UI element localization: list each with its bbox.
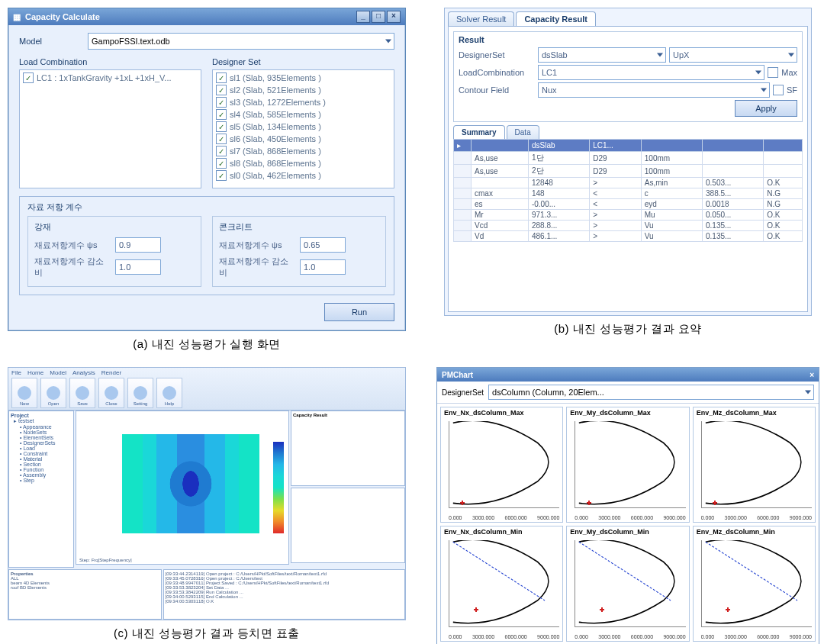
chart-title: Env_My_dsColumn_Min bbox=[567, 526, 688, 537]
demand-point-icon bbox=[713, 501, 717, 505]
list-item[interactable]: ✓sl8 (Slab, 868Elements ) bbox=[216, 157, 391, 169]
list-item[interactable]: ✓sl7 (Slab, 868Elements ) bbox=[216, 145, 391, 157]
table-row[interactable]: es-0.00...<eyd0.0018N.G bbox=[454, 199, 803, 210]
checkbox-icon[interactable]: ✓ bbox=[216, 146, 227, 156]
resistance-factor-panel: 자료 저항 계수 강재 재료저항계수 ψs0.9 재료저항계수 감소비1.0 콘… bbox=[19, 196, 394, 295]
project-tree[interactable]: Project ▸ testset• Appearance• NodeSets•… bbox=[8, 411, 74, 568]
ratio-s-input[interactable]: 1.0 bbox=[115, 259, 161, 275]
list-item[interactable]: ✓sl2 (Slab, 521Elements ) bbox=[216, 84, 391, 96]
tree-node[interactable]: • Constraint bbox=[11, 451, 72, 456]
tab-data[interactable]: Data bbox=[507, 125, 539, 139]
tab-solver-result[interactable]: Solver Result bbox=[448, 11, 514, 26]
tree-node[interactable]: • Assembly bbox=[11, 472, 72, 478]
ribbon-tool-setting[interactable]: Setting bbox=[127, 378, 153, 408]
steel-title: 강재 bbox=[34, 221, 195, 233]
checkbox-icon[interactable]: ✓ bbox=[216, 72, 227, 83]
list-item[interactable]: ✓sl3 (Slab, 1272Elements ) bbox=[216, 96, 391, 108]
list-item[interactable]: ✓sl4 (Slab, 585Elements ) bbox=[216, 108, 391, 121]
minimize-button[interactable]: _ bbox=[356, 11, 370, 23]
designer-set-list[interactable]: ✓sl1 (Slab, 935Elements )✓sl2 (Slab, 521… bbox=[212, 69, 394, 188]
tree-node[interactable]: • DesignerSets bbox=[11, 440, 72, 446]
designerset-combo[interactable]: dsColumn (Column, 20Elem... bbox=[488, 385, 814, 400]
list-item[interactable]: ✓LC1 : 1xTankGravity +1xL +1xH_V... bbox=[23, 72, 198, 84]
checkbox-icon[interactable]: ✓ bbox=[216, 109, 227, 120]
designerset-combo[interactable]: dsSlab bbox=[538, 47, 666, 63]
checkbox-icon[interactable]: ✓ bbox=[216, 134, 227, 144]
capacity-calculate-window: ▦ Capacity Calculate _ □ × Model GampoFS… bbox=[8, 8, 406, 331]
table-row[interactable]: As,use1단D29100mm bbox=[454, 152, 803, 165]
tab-summary[interactable]: Summary bbox=[453, 125, 505, 139]
ribbon-tab[interactable]: File bbox=[11, 369, 21, 376]
table-row[interactable]: Vcd288.8...>Vu0.135...O.K bbox=[454, 221, 803, 231]
table-row[interactable]: Vd486.1...>Vu0.135...O.K bbox=[454, 231, 803, 242]
apply-button[interactable]: Apply bbox=[735, 100, 797, 117]
tree-node[interactable]: • Appearance bbox=[11, 424, 72, 430]
checkbox-icon[interactable]: ✓ bbox=[216, 170, 227, 181]
sf-checkbox[interactable] bbox=[773, 85, 784, 95]
ratio-c-input[interactable]: 1.0 bbox=[300, 259, 346, 275]
checkbox-icon[interactable]: ✓ bbox=[216, 85, 227, 95]
model-combo[interactable]: GampoFSSI.text.odb bbox=[88, 33, 394, 50]
ribbon: FileHomeModelAnalysisRender NewOpenSaveC… bbox=[8, 368, 405, 411]
loadcombination-combo[interactable]: LC1 bbox=[538, 65, 764, 80]
pm-chart: Env_My_dsColumn_Min0.0003000.0006000.000… bbox=[566, 526, 689, 642]
ribbon-tool-close[interactable]: Close bbox=[98, 378, 124, 408]
app-icon: ▦ bbox=[13, 12, 21, 22]
load-combination-list[interactable]: ✓LC1 : 1xTankGravity +1xL +1xH_V... bbox=[19, 69, 201, 188]
contour-viewer-window: FileHomeModelAnalysisRender NewOpenSaveC… bbox=[8, 367, 406, 620]
close-button[interactable]: × bbox=[387, 11, 401, 23]
table-row[interactable]: Mr971.3...>Mu0.050...O.K bbox=[454, 210, 803, 221]
checkbox-icon[interactable]: ✓ bbox=[216, 121, 227, 132]
caption-c: (c) 내진 성능평가 결과 등치면 표출 bbox=[114, 626, 300, 641]
tree-node[interactable]: • Function bbox=[11, 467, 72, 472]
phi-s-input[interactable]: 0.9 bbox=[115, 237, 161, 253]
ribbon-tool-new[interactable]: New bbox=[11, 378, 37, 408]
svg-line-2 bbox=[705, 542, 797, 601]
ribbon-tab[interactable]: Analysis bbox=[72, 369, 95, 376]
table-row[interactable]: 12848>As,min0.503...O.K bbox=[454, 178, 803, 188]
checkbox-icon[interactable]: ✓ bbox=[23, 72, 34, 83]
table-row[interactable]: cmax148<c388.5...N.G bbox=[454, 188, 803, 199]
steel-group: 강재 재료저항계수 ψs0.9 재료저항계수 감소비1.0 bbox=[27, 216, 201, 287]
pm-chart: Env_Mz_dsColumn_Min0.0003000.0006000.000… bbox=[693, 526, 816, 642]
ribbon-tool-help[interactable]: Help bbox=[156, 378, 182, 408]
run-button[interactable]: Run bbox=[324, 303, 394, 321]
caption-a: (a) 내진 성능평가 실행 화면 bbox=[133, 337, 281, 352]
tree-node[interactable]: • ElementSets bbox=[11, 435, 72, 440]
summary-table: ▸dsSlabLC1... As,use1단D29100mmAs,use2단D2… bbox=[453, 139, 803, 242]
tree-node[interactable]: • Load bbox=[11, 446, 72, 451]
max-checkbox[interactable] bbox=[768, 67, 778, 78]
ribbon-tab[interactable]: Home bbox=[27, 369, 43, 376]
list-item[interactable]: ✓sl5 (Slab, 134Elements ) bbox=[216, 121, 391, 133]
direction-combo[interactable]: UpX bbox=[669, 47, 797, 63]
tree-node[interactable]: • Step bbox=[11, 478, 72, 483]
tab-capacity-result[interactable]: Capacity Result bbox=[516, 11, 596, 26]
tree-node[interactable]: ▸ testset bbox=[11, 418, 72, 424]
checkbox-icon[interactable]: ✓ bbox=[216, 97, 227, 108]
ribbon-tool-save[interactable]: Save bbox=[69, 378, 95, 408]
svg-line-0 bbox=[453, 542, 545, 601]
result-group-title: Result bbox=[459, 35, 797, 44]
maximize-button[interactable]: □ bbox=[372, 11, 385, 23]
properties-panel: Properties ALL beam 4D Elementsroof BD E… bbox=[8, 569, 162, 620]
contour-view[interactable]: Step: Frq[StepFrequency] bbox=[76, 411, 289, 565]
table-row[interactable]: As,use2단D29100mm bbox=[454, 165, 803, 178]
contour-field-combo[interactable]: Nux bbox=[538, 82, 770, 98]
model-label: Model bbox=[19, 37, 88, 46]
load-combination-label: Load Combination bbox=[19, 57, 201, 66]
close-icon[interactable]: × bbox=[810, 371, 814, 379]
list-item[interactable]: ✓sl0 (Slab, 462Elements ) bbox=[216, 169, 391, 182]
list-item[interactable]: ✓sl6 (Slab, 450Elements ) bbox=[216, 133, 391, 145]
ribbon-tab[interactable]: Model bbox=[50, 369, 66, 376]
tree-node[interactable]: • Section bbox=[11, 462, 72, 467]
ribbon-tab[interactable]: Render bbox=[101, 369, 121, 376]
phi-c-input[interactable]: 0.65 bbox=[300, 237, 346, 253]
color-legend bbox=[273, 442, 284, 533]
demand-point-icon bbox=[587, 501, 591, 505]
ribbon-tool-open[interactable]: Open bbox=[40, 378, 66, 408]
list-item[interactable]: ✓sl1 (Slab, 935Elements ) bbox=[216, 72, 391, 84]
status-text: Step: Frq[StepFrequency] bbox=[79, 558, 132, 562]
tree-node[interactable]: • Material bbox=[11, 456, 72, 462]
tree-node[interactable]: • NodeSets bbox=[11, 430, 72, 435]
checkbox-icon[interactable]: ✓ bbox=[216, 158, 227, 169]
